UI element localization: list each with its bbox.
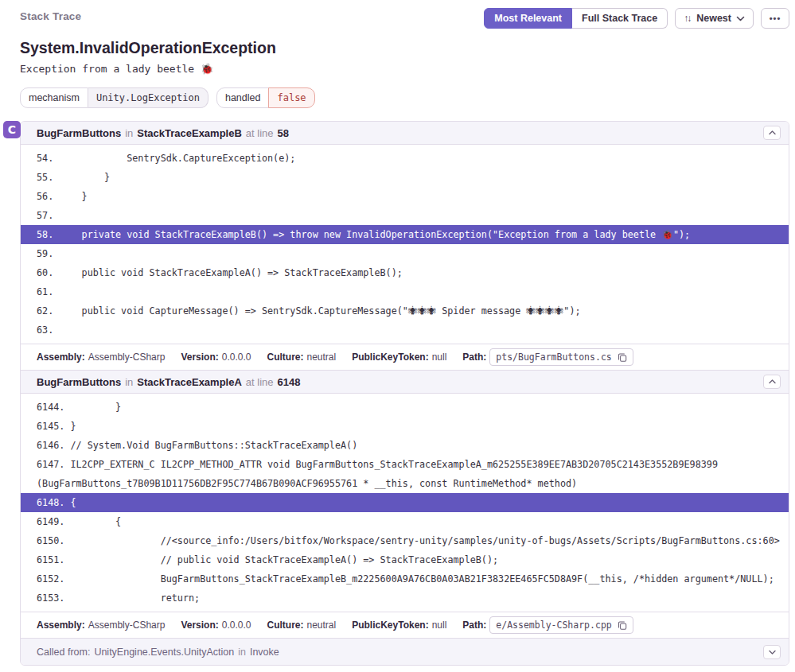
header-controls: Most Relevant Full Stack Trace ↑↓ Newest… <box>484 8 789 29</box>
field-label: Culture: <box>267 620 303 631</box>
code-line: 54. SentrySdk.CaptureException(e); <box>21 149 789 168</box>
assembly-field: PublicKeyToken: null <box>352 352 446 363</box>
more-options-button[interactable]: ••• <box>761 8 789 29</box>
stack-frame: BugFarmButtons in StackTraceExampleA at … <box>21 370 789 638</box>
chevron-down-icon <box>769 650 776 655</box>
assembly-field: Version: 0.0.0.0 <box>181 620 251 631</box>
frame-module: BugFarmButtons <box>37 376 121 388</box>
frame-function: StackTraceExampleB <box>137 127 242 139</box>
collapse-frame-button[interactable] <box>763 126 781 140</box>
code-line: 6144. } <box>21 398 789 417</box>
code-block: 54. SentrySdk.CaptureException(e); 55. }… <box>21 145 789 344</box>
frame-line-number: 6148 <box>278 376 301 388</box>
code-line: 6145. } <box>21 417 789 436</box>
code-line: 61. <box>21 282 789 301</box>
called-from-row: Called from: UnityEngine.Events.UnityAct… <box>21 638 789 665</box>
code-line: 63. <box>21 320 789 340</box>
chevron-down-icon <box>736 16 745 21</box>
tag-mechanism: mechanism Unity.LogException <box>20 87 208 108</box>
code-line: 6146. // System.Void BugFarmButtons::Sta… <box>21 436 789 455</box>
field-value: null <box>432 620 447 631</box>
code-line-highlighted: 58. private void StackTraceExampleB() =>… <box>21 225 789 244</box>
path-box: pts/BugFarmButtons.cs <box>489 348 633 366</box>
field-label: Version: <box>181 352 218 363</box>
code-line: 60. public void StackTraceExampleA() => … <box>21 263 789 282</box>
ellipsis-icon: ••• <box>770 14 781 23</box>
code-line: 6147. IL2CPP_EXTERN_C IL2CPP_METHOD_ATTR… <box>21 455 789 493</box>
header-row: Stack Trace Most Relevant Full Stack Tra… <box>20 8 789 29</box>
view-toggle: Most Relevant Full Stack Trace <box>484 8 668 29</box>
frame-in-word: in <box>125 127 133 139</box>
field-value: Assembly-CSharp <box>88 620 166 631</box>
copy-icon <box>618 620 627 631</box>
field-value: 0.0.0.0 <box>222 620 251 631</box>
exception-type-title: System.InvalidOperationException <box>20 39 789 57</box>
frame-atline-word: at line <box>246 376 274 388</box>
called-from-in-word: in <box>238 647 246 658</box>
frame-header[interactable]: BugFarmButtons in StackTraceExampleB at … <box>21 122 789 145</box>
most-relevant-button[interactable]: Most Relevant <box>484 8 572 29</box>
field-label: Assembly: <box>37 352 85 363</box>
assembly-path-field: Path: e/Assembly-CSharp.cpp <box>462 616 633 634</box>
frame-module: BugFarmButtons <box>37 127 121 139</box>
code-line: 59. <box>21 244 789 263</box>
field-value: 0.0.0.0 <box>222 352 251 363</box>
copy-icon <box>618 352 627 363</box>
frame-atline-word: at line <box>246 127 274 139</box>
field-value: Assembly-CSharp <box>88 352 166 363</box>
collapse-frame-button[interactable] <box>763 375 781 389</box>
code-line: 56. } <box>21 187 789 206</box>
assembly-field: Assembly: Assembly-CSharp <box>37 620 165 631</box>
field-value: neutral <box>306 620 336 631</box>
code-line: 6149. { <box>21 512 789 531</box>
field-label: Path: <box>462 352 486 363</box>
sort-newest-dropdown[interactable]: ↑↓ Newest <box>675 8 754 29</box>
field-value: neutral <box>306 352 336 363</box>
expand-called-from-button[interactable] <box>763 645 781 659</box>
stack-trace-page: Stack Trace Most Relevant Full Stack Tra… <box>0 0 795 666</box>
copy-path-button[interactable] <box>618 620 627 631</box>
code-line: 6151. // public void StackTraceExampleA(… <box>21 550 789 569</box>
assembly-field: Culture: neutral <box>267 352 336 363</box>
chevron-up-icon <box>769 130 776 135</box>
code-line: 62. public void CaptureMessage() => Sent… <box>21 301 789 320</box>
called-from-function: Invoke <box>250 647 279 658</box>
code-line: 55. } <box>21 168 789 187</box>
tag-handled: handled false <box>216 87 315 108</box>
csharp-language-icon: C <box>3 121 21 138</box>
assembly-path-field: Path: pts/BugFarmButtons.cs <box>462 348 633 366</box>
stack-frame: BugFarmButtons in StackTraceExampleB at … <box>21 122 789 370</box>
path-text: e/Assembly-CSharp.cpp <box>496 620 611 631</box>
code-block: 6144. } 6145. } 6146. // System.Void Bug… <box>21 394 789 612</box>
path-text: pts/BugFarmButtons.cs <box>496 352 611 363</box>
copy-path-button[interactable] <box>618 352 627 363</box>
frame-function: StackTraceExampleA <box>137 376 242 388</box>
code-line-highlighted: 6148. { <box>21 493 789 512</box>
assembly-field: Version: 0.0.0.0 <box>181 352 251 363</box>
full-stack-trace-button[interactable]: Full Stack Trace <box>572 8 668 29</box>
chevron-up-icon <box>769 379 776 384</box>
frame-header[interactable]: BugFarmButtons in StackTraceExampleA at … <box>21 371 789 394</box>
stack-trace-panel: BugFarmButtons in StackTraceExampleB at … <box>20 121 789 666</box>
exception-message: Exception from a lady beetle 🐞 <box>20 63 789 75</box>
field-label: Version: <box>181 620 218 631</box>
assembly-field: Assembly: Assembly-CSharp <box>37 352 165 363</box>
field-label: Path: <box>462 620 486 631</box>
code-line: 6152. BugFarmButtons_StackTraceExampleB_… <box>21 569 789 588</box>
tag-value: false <box>268 87 314 108</box>
code-line: 57. <box>21 206 789 225</box>
sort-label: Newest <box>696 13 731 24</box>
assembly-field: PublicKeyToken: null <box>352 620 446 631</box>
assembly-field: Culture: neutral <box>267 620 336 631</box>
code-line: 6153. return; <box>21 588 789 608</box>
section-title: Stack Trace <box>20 8 81 22</box>
tag-list: mechanism Unity.LogException handled fal… <box>20 87 789 108</box>
called-from-module: UnityEngine.Events.UnityAction <box>94 647 234 658</box>
tag-value: Unity.LogException <box>88 87 208 108</box>
tag-key: handled <box>216 87 270 108</box>
assembly-info-row: Assembly: Assembly-CSharp Version: 0.0.0… <box>21 344 789 370</box>
frame-line-number: 58 <box>278 127 289 139</box>
field-label: PublicKeyToken: <box>352 352 428 363</box>
assembly-info-row: Assembly: Assembly-CSharp Version: 0.0.0… <box>21 612 789 638</box>
frame-in-word: in <box>125 376 133 388</box>
